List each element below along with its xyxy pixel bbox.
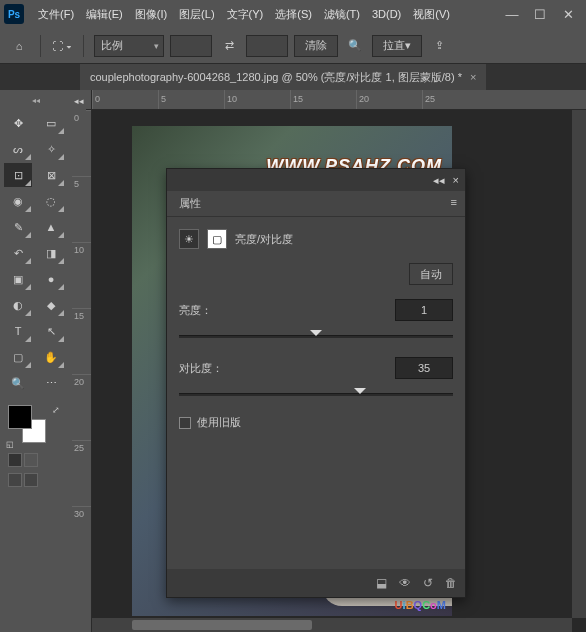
document-tab[interactable]: couplephotography-6004268_1280.jpg @ 50%…: [80, 64, 486, 90]
clone-stamp-tool[interactable]: ▲: [37, 215, 65, 239]
brush-tool[interactable]: ✎: [4, 215, 32, 239]
screenmode-icon[interactable]: [24, 453, 38, 467]
slice-tool[interactable]: ⊠: [37, 163, 65, 187]
crop-width-input[interactable]: [170, 35, 212, 57]
menu-3d[interactable]: 3D(D): [366, 4, 407, 24]
history-brush-tool[interactable]: ↶: [4, 241, 32, 265]
panel-close-icon[interactable]: ×: [453, 174, 459, 186]
contrast-value-input[interactable]: 35: [395, 357, 453, 379]
delete-adjustment-icon[interactable]: 🗑: [445, 576, 457, 590]
eraser-tool[interactable]: ◨: [37, 241, 65, 265]
horizontal-scrollbar[interactable]: [92, 618, 572, 632]
crop-tool[interactable]: ⊡: [4, 163, 32, 187]
menu-layer[interactable]: 图层(L): [173, 3, 220, 26]
menu-type[interactable]: 文字(Y): [221, 3, 270, 26]
quickmask-icon[interactable]: [8, 453, 22, 467]
horizontal-ruler[interactable]: 0510 152025: [92, 90, 586, 110]
edit-toolbar[interactable]: ⋯: [37, 371, 65, 395]
vertical-ruler[interactable]: 0510 152025 30: [72, 110, 92, 632]
window-minimize[interactable]: —: [498, 4, 526, 24]
color-swatches[interactable]: ⤢ ◱: [4, 405, 68, 449]
menu-select[interactable]: 选择(S): [269, 3, 318, 26]
brightness-slider[interactable]: [179, 327, 453, 347]
window-maximize[interactable]: ☐: [526, 4, 554, 24]
move-tool[interactable]: ✥: [4, 111, 32, 135]
mode-icon-1[interactable]: [8, 473, 22, 487]
tab-close-icon[interactable]: ×: [470, 71, 476, 83]
brightness-label: 亮度：: [179, 303, 239, 318]
healing-tool[interactable]: ◌: [37, 189, 65, 213]
blur-tool[interactable]: ●: [37, 267, 65, 291]
crop-tool-icon[interactable]: ⛶ ▾: [51, 35, 73, 57]
zoom-tool[interactable]: 🔍: [4, 371, 32, 395]
eyedropper-tool[interactable]: ◉: [4, 189, 32, 213]
lasso-tool[interactable]: ᔕ: [4, 137, 32, 161]
document-title: couplephotography-6004268_1280.jpg @ 50%…: [90, 70, 462, 85]
magic-wand-tool[interactable]: ✧: [37, 137, 65, 161]
reset-icon[interactable]: ↺: [423, 576, 433, 590]
menu-edit[interactable]: 编辑(E): [80, 3, 129, 26]
vertical-scrollbar[interactable]: [572, 110, 586, 618]
shape-tool[interactable]: ▢: [4, 345, 32, 369]
hand-tool[interactable]: ✋: [37, 345, 65, 369]
foreground-color[interactable]: [8, 405, 32, 429]
default-colors-icon[interactable]: ◱: [6, 440, 14, 449]
dodge-tool[interactable]: ◐: [4, 293, 32, 317]
adjustment-name: 亮度/对比度: [235, 232, 293, 247]
app-logo: Ps: [4, 4, 24, 24]
properties-tab[interactable]: 属性: [167, 191, 213, 216]
ratio-dropdown[interactable]: 比例: [94, 35, 164, 57]
search-icon[interactable]: 🔍: [344, 35, 366, 57]
use-legacy-checkbox[interactable]: [179, 417, 191, 429]
contrast-label: 对比度：: [179, 361, 239, 376]
tool-palette: ✥ ▭ ᔕ ✧ ⊡ ⊠ ◉ ◌ ✎ ▲ ↶ ◨ ▣ ● ◐ ◆ T ↖ ▢ ✋ …: [0, 90, 72, 632]
path-select-tool[interactable]: ↖: [37, 319, 65, 343]
panel-collapse-icon[interactable]: ◂◂: [72, 90, 86, 112]
menu-image[interactable]: 图像(I): [129, 3, 173, 26]
brightness-value-input[interactable]: 1: [395, 299, 453, 321]
auto-button[interactable]: 自动: [409, 263, 453, 285]
pen-tool[interactable]: ◆: [37, 293, 65, 317]
window-close[interactable]: ✕: [554, 4, 582, 24]
menu-filter[interactable]: 滤镜(T): [318, 3, 366, 26]
contrast-slider[interactable]: [179, 385, 453, 405]
use-legacy-label: 使用旧版: [197, 415, 241, 430]
brightness-adjustment-icon: ☀: [179, 229, 199, 249]
toggle-visibility-icon[interactable]: 👁: [399, 576, 411, 590]
straighten-button[interactable]: 拉直 ▾: [372, 35, 422, 57]
marquee-tool[interactable]: ▭: [37, 111, 65, 135]
gradient-tool[interactable]: ▣: [4, 267, 32, 291]
clear-button[interactable]: 清除: [294, 35, 338, 57]
crop-height-input[interactable]: [246, 35, 288, 57]
panel-menu-icon[interactable]: ≡: [443, 191, 465, 216]
menu-file[interactable]: 文件(F): [32, 3, 80, 26]
share-icon[interactable]: ⇪: [428, 35, 450, 57]
home-icon[interactable]: ⌂: [8, 35, 30, 57]
type-tool[interactable]: T: [4, 319, 32, 343]
properties-panel: ◂◂ × 属性 ≡ ☀ ▢ 亮度/对比度 自动 亮度： 1 对比度： 35: [166, 168, 466, 598]
watermark-corner: UiBQCoM: [395, 597, 446, 612]
mode-icon-2[interactable]: [24, 473, 38, 487]
layer-mask-icon[interactable]: ▢: [207, 229, 227, 249]
swap-colors-icon[interactable]: ⤢: [52, 405, 60, 415]
menu-view[interactable]: 视图(V): [407, 3, 456, 26]
clip-to-layer-icon[interactable]: ⬓: [376, 576, 387, 590]
panel-collapse-icon[interactable]: ◂◂: [433, 174, 445, 187]
swap-dimensions-icon[interactable]: ⇄: [218, 35, 240, 57]
